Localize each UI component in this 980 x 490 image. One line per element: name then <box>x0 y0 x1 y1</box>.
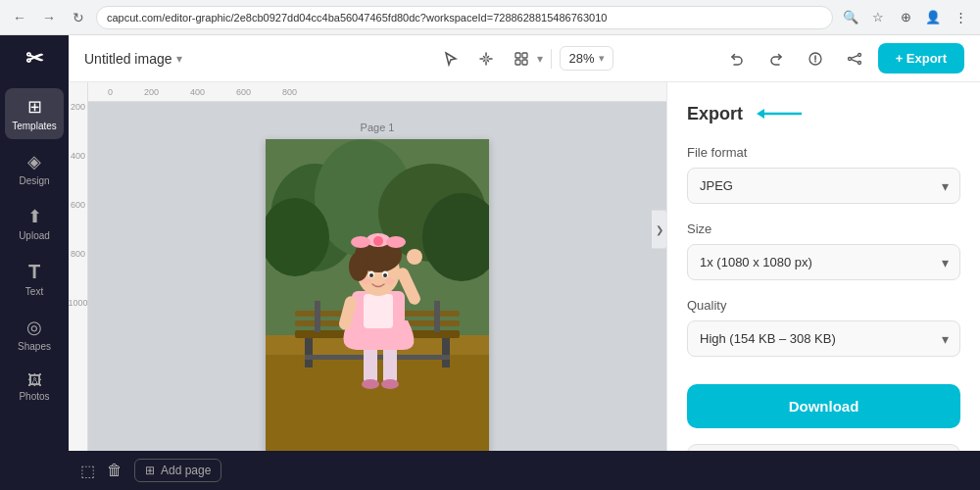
bottom-bar: ⬚ 🗑 ⊞ Add page <box>69 451 980 490</box>
add-page-button[interactable]: ⊞ Add page <box>134 459 221 482</box>
canvas-background: Page 1 <box>88 102 666 451</box>
svg-rect-22 <box>315 301 320 332</box>
sidebar-item-design[interactable]: ◈ Design <box>5 143 64 194</box>
sidebar-item-label: Templates <box>12 121 57 131</box>
export-title: Export <box>687 104 743 124</box>
svg-rect-24 <box>364 345 377 384</box>
download-button[interactable]: Download <box>687 384 960 428</box>
file-format-label: File format <box>687 145 960 160</box>
svg-point-26 <box>362 379 379 389</box>
quality-select[interactable]: Low Medium High (154 KB – 308 KB) Very H… <box>687 320 960 357</box>
sidebar-item-upload[interactable]: ⬆ Upload <box>5 198 64 249</box>
redo-button[interactable] <box>760 43 792 74</box>
canvas-image <box>266 139 489 451</box>
svg-point-36 <box>351 236 370 248</box>
svg-rect-20 <box>442 338 450 368</box>
menu-icon[interactable]: ⋮ <box>949 6 972 29</box>
share-button[interactable] <box>839 43 870 74</box>
text-icon: T <box>28 261 40 283</box>
svg-rect-3 <box>522 60 527 65</box>
left-sidebar: ✂ ⊞ Templates ◈ Design ⬆ Upload T Text ◎… <box>0 35 69 490</box>
svg-rect-2 <box>515 60 520 65</box>
bookmark-icon[interactable]: ☆ <box>866 6 890 29</box>
project-name[interactable]: Untitled image ▾ <box>84 51 182 67</box>
quality-select-wrapper: Low Medium High (154 KB – 308 KB) Very H… <box>687 320 960 357</box>
sidebar-item-label: Upload <box>19 230 50 241</box>
ruler-left: 200 400 600 800 1000 <box>69 82 88 451</box>
view-options-button[interactable] <box>506 43 537 74</box>
export-button[interactable]: + Export <box>878 43 964 74</box>
svg-rect-0 <box>515 53 520 58</box>
pan-tool-button[interactable] <box>470 43 502 74</box>
page-label: Page 1 <box>361 122 395 133</box>
svg-point-6 <box>858 53 860 56</box>
sidebar-item-photos[interactable]: 🖼 Photos <box>5 364 64 410</box>
file-format-group: File format JPEG PNG PDF GIF MP4 <box>687 145 960 204</box>
page-container: Page 1 <box>266 122 489 451</box>
export-panel: Export File format JPEG PNG <box>666 82 980 451</box>
refresh-button[interactable]: ↻ <box>67 6 90 29</box>
templates-icon: ⊞ <box>27 96 42 118</box>
size-group: Size 1x (1080 x 1080 px) 2x (2160 x 2160… <box>687 221 960 280</box>
svg-rect-29 <box>364 294 393 328</box>
toolbar: Untitled image ▾ ▾ 28% ▾ <box>69 35 980 82</box>
bottom-icon-layers[interactable]: ⬚ <box>80 462 95 480</box>
toolbar-divider <box>551 49 552 69</box>
extensions-icon[interactable]: ⊕ <box>894 6 917 29</box>
size-select[interactable]: 1x (1080 x 1080 px) 2x (2160 x 2160 px) … <box>687 244 960 280</box>
zoom-control[interactable]: 28% ▾ <box>560 46 612 71</box>
forward-button[interactable]: → <box>37 6 61 29</box>
profile-icon[interactable]: 👤 <box>921 6 945 29</box>
copy-png-button[interactable]: Copy as PNG Windows <box>687 444 960 451</box>
svg-rect-19 <box>305 338 313 368</box>
svg-point-27 <box>381 379 399 389</box>
add-page-icon: ⊞ <box>145 464 155 477</box>
svg-point-38 <box>373 236 383 246</box>
sidebar-item-text[interactable]: T Text <box>5 253 64 305</box>
sidebar-item-label: Design <box>19 175 49 186</box>
logo[interactable]: ✂ <box>19 43 50 74</box>
export-header: Export <box>687 102 960 125</box>
zoom-dropdown-icon: ▾ <box>599 52 605 65</box>
upload-icon: ⬆ <box>27 206 42 227</box>
svg-point-43 <box>362 278 371 284</box>
sidebar-item-shapes[interactable]: ◎ Shapes <box>5 309 64 360</box>
sidebar-item-label: Text <box>25 286 43 297</box>
comment-button[interactable] <box>800 43 831 74</box>
size-select-wrapper: 1x (1080 x 1080 px) 2x (2160 x 2160 px) … <box>687 244 960 280</box>
photos-icon: 🖼 <box>27 371 42 388</box>
search-icon[interactable]: 🔍 <box>839 6 862 29</box>
sidebar-item-label: Photos <box>19 391 49 402</box>
design-icon: ◈ <box>27 151 41 172</box>
svg-point-42 <box>383 273 387 277</box>
svg-point-37 <box>386 236 406 248</box>
dropdown-arrow: ▾ <box>537 52 543 66</box>
svg-rect-25 <box>383 345 397 384</box>
sidebar-item-templates[interactable]: ⊞ Templates <box>5 88 64 139</box>
svg-point-7 <box>858 61 860 64</box>
svg-point-34 <box>349 252 368 281</box>
svg-rect-1 <box>522 53 527 58</box>
svg-point-44 <box>385 278 395 284</box>
svg-marker-47 <box>757 109 764 119</box>
browser-chrome: ← → ↻ 🔍 ☆ ⊕ 👤 ⋮ <box>0 0 980 35</box>
dropdown-icon: ▾ <box>176 52 182 66</box>
svg-point-41 <box>369 273 373 277</box>
back-button[interactable]: ← <box>8 6 31 29</box>
svg-rect-23 <box>434 301 440 332</box>
app-container: ✂ ⊞ Templates ◈ Design ⬆ Upload T Text ◎… <box>0 35 980 490</box>
sidebar-item-label: Shapes <box>18 341 51 352</box>
page-canvas <box>266 139 489 451</box>
ruler-top: 0 200 400 600 800 <box>88 82 666 102</box>
select-tool-button[interactable] <box>435 43 466 74</box>
quality-group: Quality Low Medium High (154 KB – 308 KB… <box>687 298 960 357</box>
canvas-area[interactable]: 0 200 400 600 800 200 400 600 800 1000 <box>69 82 666 451</box>
address-bar[interactable] <box>96 6 833 29</box>
undo-button[interactable] <box>721 43 753 74</box>
sidebar-collapse-handle[interactable]: ❯ <box>652 210 666 249</box>
quality-label: Quality <box>687 298 960 313</box>
bottom-icon-delete[interactable]: 🗑 <box>107 462 122 479</box>
shapes-icon: ◎ <box>26 317 42 338</box>
file-format-select[interactable]: JPEG PNG PDF GIF MP4 <box>687 168 960 204</box>
svg-point-45 <box>407 249 422 265</box>
